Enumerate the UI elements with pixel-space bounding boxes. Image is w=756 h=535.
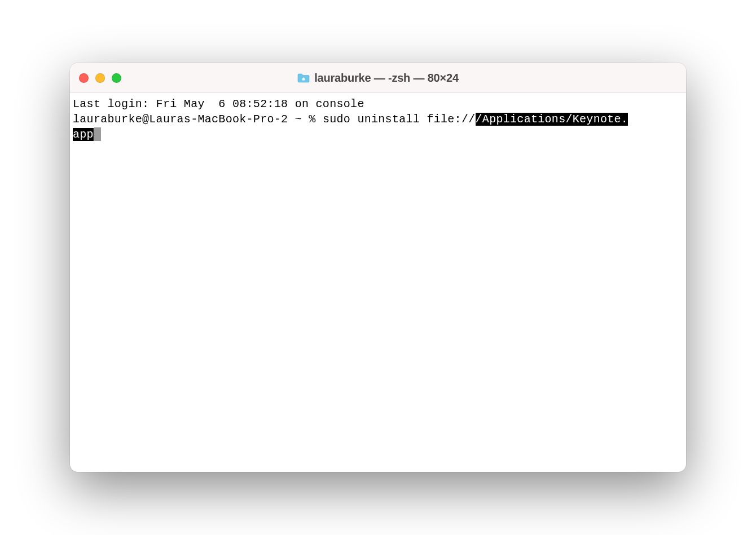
home-folder-icon — [297, 73, 310, 83]
zoom-button[interactable] — [112, 73, 121, 83]
title-area: lauraburke — -zsh — 80×24 — [70, 72, 686, 85]
minimize-button[interactable] — [95, 73, 105, 83]
prompt: lauraburke@Lauras-MacBook-Pro-2 ~ % — [73, 113, 323, 126]
window-titlebar: lauraburke — -zsh — 80×24 — [70, 63, 686, 93]
terminal-content[interactable]: Last login: Fri May 6 08:52:18 on consol… — [70, 93, 686, 145]
command-highlight-2: app — [73, 128, 94, 141]
window-title: lauraburke — -zsh — 80×24 — [314, 72, 459, 85]
terminal-window: lauraburke — -zsh — 80×24 Last login: Fr… — [70, 63, 686, 472]
command-text: sudo uninstall file:// — [323, 113, 476, 126]
terminal-cursor — [94, 127, 101, 141]
close-button[interactable] — [79, 73, 89, 83]
command-highlight-1: /Applications/Keynote. — [476, 113, 628, 126]
traffic-lights — [79, 73, 121, 83]
last-login-line: Last login: Fri May 6 08:52:18 on consol… — [73, 96, 683, 112]
